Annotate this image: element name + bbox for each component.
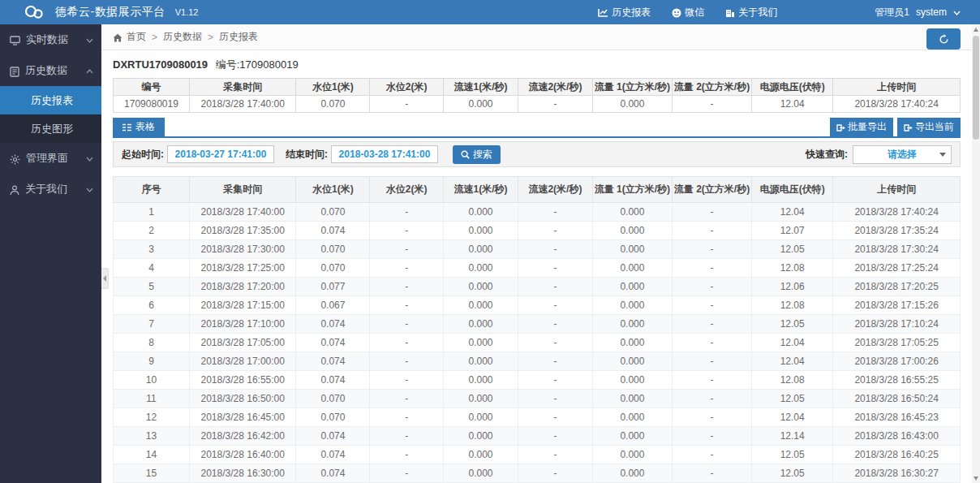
table-row: 17090800192018/3/28 17:40:000.070-0.000-…: [114, 96, 961, 113]
history-table: 序号采集时间水位1(米)水位2(米)流速1(米/秒)流速2(米/秒)流量 1(立…: [113, 176, 961, 483]
search-button[interactable]: 搜索: [453, 145, 501, 164]
table-cell: 0.000: [444, 203, 518, 222]
table-cell: 12.04: [752, 203, 833, 222]
export-icon: [836, 122, 845, 133]
user-menu[interactable]: 管理员1 system: [875, 6, 961, 19]
app-version: V1.12: [175, 7, 199, 17]
sidebar-collapse-handle[interactable]: [101, 268, 109, 289]
sidebar-item-realtime-data[interactable]: 实时数据: [0, 24, 101, 55]
table-row: 72018/3/28 17:10:000.074-0.000-0.000-12.…: [114, 315, 961, 334]
table-cell: 7: [114, 315, 190, 334]
brand[interactable]: 德希云-数据展示平台 V1.12: [0, 4, 198, 20]
table-cell: 0.000: [592, 371, 672, 390]
device-code: 编号:1709080019: [216, 58, 299, 71]
scroll-down-arrow[interactable]: [972, 473, 980, 483]
table-cell: -: [672, 427, 751, 446]
table-cell: 0.000: [444, 352, 518, 371]
column-header: 上传时间: [833, 79, 961, 96]
table-cell: -: [370, 352, 444, 371]
nav-history-report[interactable]: 历史报表: [598, 6, 651, 19]
wechat-icon: [672, 6, 681, 18]
table-cell: 0.000: [592, 408, 672, 427]
table-cell: 2018/3/28 16:45:23: [833, 408, 961, 427]
sidebar-item-about[interactable]: 关于我们: [0, 174, 101, 205]
nav-label: 微信: [685, 6, 704, 19]
table-cell: 0.000: [444, 315, 518, 334]
start-time-input[interactable]: [167, 145, 274, 163]
history-table-container: 序号采集时间水位1(米)水位2(米)流速1(米/秒)流速2(米/秒)流量 1(立…: [113, 176, 961, 483]
chevron-down-icon: [86, 153, 93, 165]
table-cell: 2018/3/28 17:20:00: [189, 278, 296, 296]
table-cell: 0.074: [296, 334, 370, 352]
batch-export-button[interactable]: 批量导出: [830, 118, 893, 136]
column-header: 流量 2(立方米/秒): [672, 79, 751, 96]
table-cell: 12.05: [752, 464, 833, 483]
table-cell: 12.06: [752, 278, 833, 296]
device-name: DXRTU1709080019: [113, 58, 208, 71]
column-header: 流量 2(立方米/秒): [672, 177, 751, 203]
table-cell: -: [518, 427, 592, 446]
quick-query-select[interactable]: 请选择: [853, 145, 952, 164]
nav-about-us[interactable]: 关于我们: [725, 6, 777, 19]
device-title: DXRTU1709080019 编号:1709080019: [113, 58, 961, 72]
table-cell: -: [518, 371, 592, 390]
table-cell: 0.077: [296, 278, 370, 296]
scrollbar-thumb[interactable]: [973, 36, 979, 140]
sidebar-item-history-data[interactable]: 历史数据: [0, 55, 101, 86]
table-header-row: 编号采集时间水位1(米)水位2(米)流速1(米/秒)流速2(米/秒)流量 1(立…: [114, 79, 961, 96]
table-cell: 0.074: [296, 427, 370, 446]
table-cell: 12.08: [752, 371, 833, 390]
breadcrumb-home[interactable]: 首页: [127, 30, 146, 44]
table-cell: 5: [114, 278, 190, 296]
table-cell: 12.04: [752, 352, 833, 371]
chevron-down-icon: [953, 6, 961, 18]
nav-label: 历史报表: [612, 6, 651, 19]
table-cell: 0.000: [592, 240, 672, 259]
sidebar-item-history-report[interactable]: 历史报表: [0, 86, 101, 114]
table-cell: 0.000: [444, 96, 518, 113]
refresh-button[interactable]: [926, 28, 961, 50]
table-cell: 2018/3/28 17:35:24: [833, 222, 961, 240]
sidebar-item-history-graph[interactable]: 历史图形: [0, 114, 101, 143]
export-current-button[interactable]: 导出当前: [897, 118, 961, 136]
table-row: 12018/3/28 17:40:000.070-0.000-0.000-12.…: [114, 203, 961, 222]
table-cell: 0.067: [296, 296, 370, 315]
table-cell: -: [518, 259, 592, 278]
sidebar-item-label: 实时数据: [26, 32, 68, 47]
table-cell: 0.000: [444, 334, 518, 352]
sidebar-item-admin[interactable]: 管理界面: [0, 143, 101, 174]
table-cell: 0.000: [592, 222, 672, 240]
tab-table[interactable]: 表格: [113, 118, 165, 136]
table-cell: 2018/3/28 17:15:26: [833, 296, 961, 315]
table-cell: -: [370, 296, 444, 315]
table-cell: 2018/3/28 17:00:00: [189, 352, 296, 371]
column-header: 序号: [114, 177, 190, 203]
table-row: 82018/3/28 17:05:000.074-0.000-0.000-12.…: [114, 334, 961, 352]
tab-bar: 表格 批量导出: [113, 118, 961, 138]
top-navbar: 德希云-数据展示平台 V1.12 历史报表 微信: [0, 0, 980, 24]
table-cell: 1: [114, 203, 190, 222]
vertical-scrollbar: [972, 24, 980, 483]
table-cell: -: [518, 222, 592, 240]
breadcrumb-history-data[interactable]: 历史数据: [163, 30, 202, 44]
table-cell: 0.000: [592, 96, 672, 113]
table-cell: 0.000: [444, 446, 518, 464]
table-cell: 12.05: [752, 240, 833, 259]
table-cell: -: [518, 408, 592, 427]
export-icon: [904, 122, 913, 133]
table-cell: 0.070: [296, 96, 370, 113]
scroll-up-arrow[interactable]: [972, 24, 980, 34]
breadcrumb-history-report[interactable]: 历史报表: [219, 30, 258, 44]
table-row: 132018/3/28 16:42:000.074-0.000-0.000-12…: [114, 427, 961, 446]
table-cell: 0.000: [592, 464, 672, 483]
end-time-input[interactable]: [331, 145, 438, 163]
table-cell: 2018/3/28 16:40:25: [833, 446, 961, 464]
table-row: 112018/3/28 16:50:000.070-0.000-0.000-12…: [114, 390, 961, 408]
table-cell: -: [518, 296, 592, 315]
column-header: 流量 1(立方米/秒): [592, 79, 672, 96]
table-cell: 12.05: [752, 446, 833, 464]
table-cell: 0.000: [592, 334, 672, 352]
quick-query-label: 快速查询:: [806, 148, 848, 162]
table-cell: 13: [114, 427, 190, 446]
nav-wechat[interactable]: 微信: [672, 6, 704, 19]
